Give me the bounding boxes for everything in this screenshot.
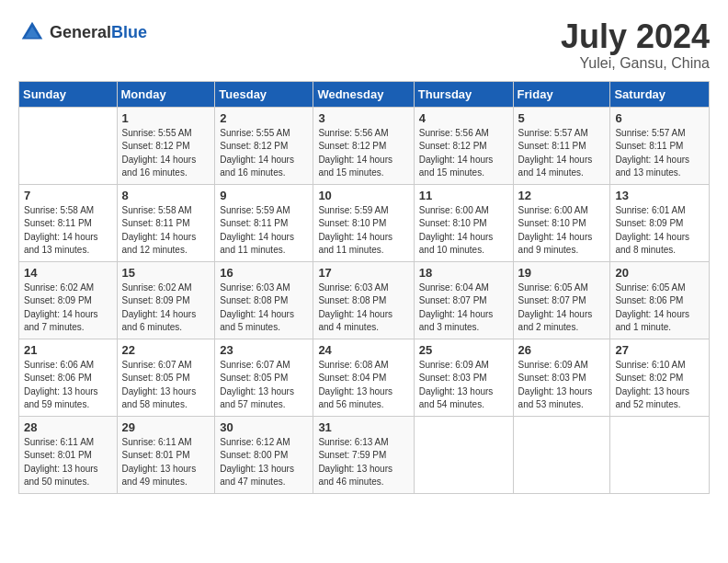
calendar-cell: 24Sunrise: 6:08 AM Sunset: 8:04 PM Dayli… [313,339,414,416]
day-info: Sunrise: 6:03 AM Sunset: 8:08 PM Dayligh… [318,282,408,335]
day-info: Sunrise: 6:02 AM Sunset: 8:09 PM Dayligh… [24,282,112,335]
day-info: Sunrise: 6:06 AM Sunset: 8:06 PM Dayligh… [24,359,112,412]
day-info: Sunrise: 6:05 AM Sunset: 8:06 PM Dayligh… [615,282,704,335]
page-header: GeneralBlue July 2024 Yulei, Gansu, Chin… [18,18,710,72]
calendar-week-row: 1Sunrise: 5:55 AM Sunset: 8:12 PM Daylig… [19,107,710,184]
day-info: Sunrise: 5:59 AM Sunset: 8:11 PM Dayligh… [220,204,308,258]
calendar-cell: 16Sunrise: 6:03 AM Sunset: 8:08 PM Dayli… [215,261,313,339]
weekday-header: Tuesday [215,81,313,107]
day-number: 12 [518,189,606,202]
day-number: 29 [122,420,210,434]
weekday-header: Friday [513,81,610,107]
day-info: Sunrise: 6:08 AM Sunset: 8:04 PM Dayligh… [318,359,408,412]
day-number: 2 [220,111,308,125]
day-info: Sunrise: 5:56 AM Sunset: 8:12 PM Dayligh… [318,127,408,180]
day-info: Sunrise: 6:00 AM Sunset: 8:10 PM Dayligh… [419,204,508,258]
calendar-cell: 9Sunrise: 5:59 AM Sunset: 8:11 PM Daylig… [215,184,313,261]
day-number: 10 [318,189,408,202]
calendar-cell [414,416,513,493]
day-info: Sunrise: 6:09 AM Sunset: 8:03 PM Dayligh… [518,359,606,412]
logo-general: General [50,23,111,41]
calendar-cell: 4Sunrise: 5:56 AM Sunset: 8:12 PM Daylig… [414,107,513,184]
day-number: 27 [615,343,704,357]
calendar-cell: 6Sunrise: 5:57 AM Sunset: 8:11 PM Daylig… [610,107,710,184]
day-info: Sunrise: 6:00 AM Sunset: 8:10 PM Dayligh… [518,204,606,258]
calendar-cell: 29Sunrise: 6:11 AM Sunset: 8:01 PM Dayli… [117,416,215,493]
calendar-cell: 21Sunrise: 6:06 AM Sunset: 8:06 PM Dayli… [19,339,118,416]
day-number: 8 [122,189,210,202]
calendar-cell [19,107,118,184]
calendar-cell: 26Sunrise: 6:09 AM Sunset: 8:03 PM Dayli… [513,339,610,416]
calendar-cell: 15Sunrise: 6:02 AM Sunset: 8:09 PM Dayli… [117,261,215,339]
day-info: Sunrise: 5:57 AM Sunset: 8:11 PM Dayligh… [518,127,606,180]
day-info: Sunrise: 5:56 AM Sunset: 8:12 PM Dayligh… [419,127,508,180]
logo: GeneralBlue [18,18,147,46]
day-info: Sunrise: 5:58 AM Sunset: 8:11 PM Dayligh… [24,204,112,258]
day-info: Sunrise: 6:11 AM Sunset: 8:01 PM Dayligh… [24,436,112,489]
day-info: Sunrise: 6:05 AM Sunset: 8:07 PM Dayligh… [518,282,606,335]
day-number: 6 [615,111,704,125]
day-number: 4 [419,111,508,125]
day-number: 7 [24,189,112,202]
day-number: 15 [122,266,210,280]
day-info: Sunrise: 5:55 AM Sunset: 8:12 PM Dayligh… [220,127,308,180]
calendar-cell [610,416,710,493]
calendar-cell: 17Sunrise: 6:03 AM Sunset: 8:08 PM Dayli… [313,261,414,339]
calendar-cell [513,416,610,493]
calendar-cell: 22Sunrise: 6:07 AM Sunset: 8:05 PM Dayli… [117,339,215,416]
calendar-cell: 25Sunrise: 6:09 AM Sunset: 8:03 PM Dayli… [414,339,513,416]
logo-blue: Blue [111,23,147,41]
day-info: Sunrise: 6:10 AM Sunset: 8:02 PM Dayligh… [615,359,704,412]
calendar-cell: 8Sunrise: 5:58 AM Sunset: 8:11 PM Daylig… [117,184,215,261]
day-info: Sunrise: 5:59 AM Sunset: 8:10 PM Dayligh… [318,204,408,258]
day-info: Sunrise: 6:13 AM Sunset: 7:59 PM Dayligh… [318,436,408,489]
calendar-cell: 18Sunrise: 6:04 AM Sunset: 8:07 PM Dayli… [414,261,513,339]
calendar-week-row: 14Sunrise: 6:02 AM Sunset: 8:09 PM Dayli… [19,261,710,339]
weekday-header: Sunday [19,81,118,107]
location: Yulei, Gansu, China [561,55,710,72]
calendar-cell: 30Sunrise: 6:12 AM Sunset: 8:00 PM Dayli… [215,416,313,493]
day-number: 5 [518,111,606,125]
calendar-cell: 5Sunrise: 5:57 AM Sunset: 8:11 PM Daylig… [513,107,610,184]
day-number: 30 [220,420,308,434]
day-info: Sunrise: 6:07 AM Sunset: 8:05 PM Dayligh… [122,359,210,412]
weekday-header: Thursday [414,81,513,107]
day-info: Sunrise: 6:01 AM Sunset: 8:09 PM Dayligh… [615,204,704,258]
day-info: Sunrise: 6:04 AM Sunset: 8:07 PM Dayligh… [419,282,508,335]
day-number: 19 [518,266,606,280]
day-info: Sunrise: 5:55 AM Sunset: 8:12 PM Dayligh… [122,127,210,180]
day-number: 3 [318,111,408,125]
day-number: 25 [419,343,508,357]
calendar-week-row: 7Sunrise: 5:58 AM Sunset: 8:11 PM Daylig… [19,184,710,261]
day-number: 28 [24,420,112,434]
day-number: 17 [318,266,408,280]
calendar-cell: 28Sunrise: 6:11 AM Sunset: 8:01 PM Dayli… [19,416,118,493]
day-number: 16 [220,266,308,280]
calendar-cell: 2Sunrise: 5:55 AM Sunset: 8:12 PM Daylig… [215,107,313,184]
calendar-cell: 19Sunrise: 6:05 AM Sunset: 8:07 PM Dayli… [513,261,610,339]
day-number: 21 [24,343,112,357]
day-info: Sunrise: 6:12 AM Sunset: 8:00 PM Dayligh… [220,436,308,489]
day-info: Sunrise: 6:07 AM Sunset: 8:05 PM Dayligh… [220,359,308,412]
calendar-cell: 3Sunrise: 5:56 AM Sunset: 8:12 PM Daylig… [313,107,414,184]
calendar-cell: 31Sunrise: 6:13 AM Sunset: 7:59 PM Dayli… [313,416,414,493]
calendar-cell: 13Sunrise: 6:01 AM Sunset: 8:09 PM Dayli… [610,184,710,261]
calendar-cell: 20Sunrise: 6:05 AM Sunset: 8:06 PM Dayli… [610,261,710,339]
day-number: 18 [419,266,508,280]
day-info: Sunrise: 6:03 AM Sunset: 8:08 PM Dayligh… [220,282,308,335]
calendar-week-row: 28Sunrise: 6:11 AM Sunset: 8:01 PM Dayli… [19,416,710,493]
day-info: Sunrise: 6:02 AM Sunset: 8:09 PM Dayligh… [122,282,210,335]
calendar-cell: 10Sunrise: 5:59 AM Sunset: 8:10 PM Dayli… [313,184,414,261]
day-number: 20 [615,266,704,280]
calendar-cell: 23Sunrise: 6:07 AM Sunset: 8:05 PM Dayli… [215,339,313,416]
logo-icon [18,18,46,46]
calendar-week-row: 21Sunrise: 6:06 AM Sunset: 8:06 PM Dayli… [19,339,710,416]
calendar-cell: 7Sunrise: 5:58 AM Sunset: 8:11 PM Daylig… [19,184,118,261]
day-number: 24 [318,343,408,357]
calendar-cell: 27Sunrise: 6:10 AM Sunset: 8:02 PM Dayli… [610,339,710,416]
day-number: 22 [122,343,210,357]
calendar-table: SundayMondayTuesdayWednesdayThursdayFrid… [18,81,710,494]
weekday-header-row: SundayMondayTuesdayWednesdayThursdayFrid… [19,81,710,107]
calendar-cell: 12Sunrise: 6:00 AM Sunset: 8:10 PM Dayli… [513,184,610,261]
day-number: 1 [122,111,210,125]
